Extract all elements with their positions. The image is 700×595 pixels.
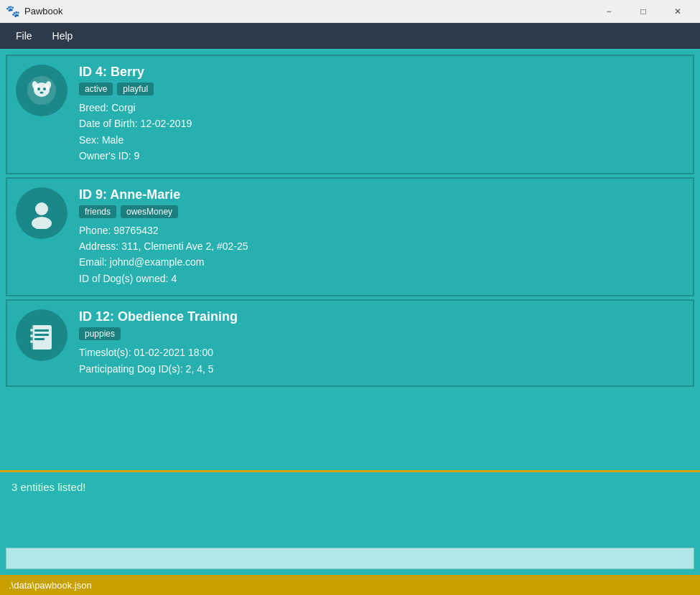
close-button[interactable]: ✕: [661, 0, 694, 23]
maximize-button[interactable]: □: [627, 0, 660, 23]
svg-point-16: [30, 340, 33, 343]
entity-detail-line: Email: johnd@example.com: [79, 254, 684, 270]
svg-rect-12: [34, 338, 45, 340]
svg-rect-11: [34, 334, 49, 336]
menubar: File Help: [0, 23, 700, 49]
svg-point-15: [30, 334, 33, 337]
entity-detail-line: ID of Dog(s) owned: 4: [79, 271, 684, 286]
svg-point-4: [37, 88, 40, 90]
titlebar: 🐾 Pawbook − □ ✕: [0, 0, 700, 23]
entity-list: ID 4: BerryactiveplayfulBreed: CorgiDate…: [0, 49, 700, 470]
svg-point-8: [32, 217, 52, 229]
entity-detail-line: Breed: Corgi: [79, 100, 684, 116]
entity-details: Breed: CorgiDate of Birth: 12-02-2019Sex…: [79, 100, 684, 164]
svg-rect-9: [32, 325, 52, 350]
entity-title: ID 4: Berry: [79, 65, 684, 80]
command-input-area: [0, 542, 700, 575]
entity-detail-line: Phone: 98765432: [79, 222, 684, 238]
entity-tag: playful: [117, 83, 154, 95]
command-input[interactable]: [6, 548, 694, 569]
entity-card[interactable]: ID 4: BerryactiveplayfulBreed: CorgiDate…: [6, 55, 694, 174]
entity-detail-line: Timeslot(s): 01-02-2021 18:00: [79, 345, 684, 360]
svg-point-7: [35, 202, 48, 215]
menu-item-file[interactable]: File: [6, 26, 42, 46]
entity-tag: friends: [79, 205, 116, 218]
statusbar: .\data\pawbook.json: [0, 575, 700, 595]
entity-tag: owesMoney: [121, 205, 178, 218]
entity-title: ID 9: Anne-Marie: [79, 187, 684, 202]
svg-point-14: [30, 329, 33, 332]
entity-info: ID 12: Obedience TrainingpuppiesTimeslot…: [79, 309, 684, 377]
entity-detail-line: Address: 311, Clementi Ave 2, #02-25: [79, 238, 684, 254]
entity-details: Phone: 98765432Address: 311, Clementi Av…: [79, 222, 684, 287]
entity-details: Timeslot(s): 01-02-2021 18:00Participati…: [79, 345, 684, 377]
output-area: 3 entities listed!: [0, 470, 700, 542]
statusbar-path: .\data\pawbook.json: [9, 580, 92, 591]
entity-tag: active: [79, 83, 113, 95]
entity-tags: activeplayful: [79, 83, 684, 95]
svg-point-6: [40, 92, 44, 94]
entity-info: ID 4: BerryactiveplayfulBreed: CorgiDate…: [79, 65, 684, 164]
entity-avatar: [16, 187, 67, 239]
menu-item-help[interactable]: Help: [42, 26, 83, 46]
entity-title: ID 12: Obedience Training: [79, 309, 684, 324]
entity-card[interactable]: ID 12: Obedience TrainingpuppiesTimeslot…: [6, 299, 694, 387]
entity-detail-line: Owner's ID: 9: [79, 148, 684, 164]
titlebar-controls: − □ ✕: [592, 0, 694, 23]
entity-detail-line: Date of Birth: 12-02-2019: [79, 116, 684, 131]
entity-detail-line: Participating Dog ID(s): 2, 4, 5: [79, 361, 684, 377]
entity-detail-line: Sex: Male: [79, 132, 684, 148]
entity-tag: puppies: [79, 327, 121, 340]
app-icon: 🐾: [6, 4, 20, 18]
entity-info: ID 9: Anne-MariefriendsowesMoneyPhone: 9…: [79, 187, 684, 287]
entity-card[interactable]: ID 9: Anne-MariefriendsowesMoneyPhone: 9…: [6, 177, 694, 297]
entity-tags: puppies: [79, 327, 684, 340]
svg-point-5: [43, 88, 46, 90]
titlebar-left: 🐾 Pawbook: [6, 4, 62, 18]
entity-avatar: [16, 65, 67, 116]
minimize-button[interactable]: −: [592, 0, 625, 23]
svg-rect-10: [34, 329, 49, 332]
output-text: 3 entities listed!: [11, 481, 689, 493]
entity-avatar: [16, 309, 67, 361]
entity-tags: friendsowesMoney: [79, 205, 684, 218]
app-title: Pawbook: [24, 6, 62, 17]
